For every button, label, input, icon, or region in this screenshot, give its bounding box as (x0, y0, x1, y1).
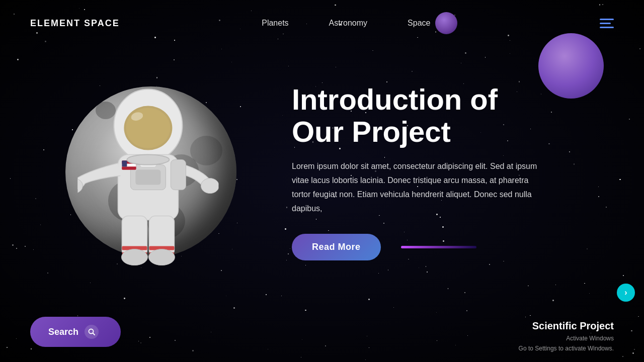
star (221, 49, 222, 49)
star (124, 298, 125, 299)
star (16, 338, 17, 339)
star (305, 310, 306, 311)
hamburger-menu-button[interactable] (600, 19, 614, 28)
star (301, 357, 301, 357)
main-content: Introduction of Our Project Lorem ipsum … (0, 51, 644, 293)
star (281, 296, 282, 296)
star (639, 48, 640, 49)
star (233, 307, 235, 309)
svg-rect-22 (171, 160, 186, 190)
star (7, 347, 7, 347)
svg-point-13 (201, 178, 218, 194)
nav-planet-decoration (435, 12, 457, 34)
star (266, 294, 267, 296)
star (369, 347, 369, 348)
star (455, 345, 456, 345)
star (365, 359, 366, 360)
nav-item-planets[interactable]: Planets (262, 19, 288, 28)
star (632, 352, 634, 354)
site-logo: ELEMENT SPACE (30, 18, 120, 29)
hamburger-line-3 (600, 27, 614, 28)
svg-rect-10 (122, 167, 136, 170)
next-arrow-icon: › (624, 288, 627, 297)
nav-link-space[interactable]: Space (408, 19, 430, 28)
next-arrow-button[interactable]: › (617, 284, 635, 302)
nav-link-astronomy[interactable]: Astronomy (329, 19, 367, 27)
star (437, 340, 438, 341)
star (211, 332, 211, 332)
hamburger-line-1 (600, 19, 614, 20)
navbar: ELEMENT SPACE Planets Astronomy Space (0, 0, 644, 46)
star (302, 339, 302, 340)
go-to-settings-label: Go to Settings to activate Windows. (519, 345, 614, 352)
search-section: Search (30, 317, 121, 347)
search-icon (85, 325, 99, 339)
nav-item-astronomy[interactable]: Astronomy (329, 19, 367, 28)
nav-item-space[interactable]: Space (408, 12, 457, 34)
nav-link-planets[interactable]: Planets (262, 19, 288, 27)
hero-title: Introduction of Our Project (292, 83, 614, 148)
hero-image-section (30, 51, 272, 293)
star (530, 315, 531, 316)
hero-text-section: Introduction of Our Project Lorem ipsum … (272, 83, 614, 261)
search-label: Search (48, 327, 78, 337)
star (149, 337, 150, 338)
star (77, 315, 78, 316)
svg-line-26 (93, 333, 95, 335)
star (268, 349, 268, 349)
star (466, 310, 467, 311)
star (436, 312, 437, 313)
nav-links: Planets Astronomy Space (262, 12, 457, 34)
scientific-project-label: Scientific Project (532, 320, 614, 332)
svg-rect-6 (135, 170, 160, 185)
bottom-right-section: Scientific Project Activate Windows Go t… (519, 320, 614, 352)
read-more-button[interactable]: Read More (292, 234, 381, 260)
star (367, 336, 367, 336)
star (175, 340, 176, 341)
star (31, 348, 32, 349)
star (372, 50, 373, 51)
star (467, 335, 468, 336)
star (138, 341, 139, 341)
hero-actions: Read More (292, 234, 614, 260)
star (552, 300, 554, 301)
search-button[interactable]: Search (30, 317, 121, 347)
svg-point-24 (127, 155, 169, 165)
star (192, 350, 193, 351)
svg-rect-11 (122, 161, 127, 167)
hero-title-line1: Introduction of (292, 83, 498, 116)
star (525, 317, 526, 317)
star (622, 356, 623, 357)
star (325, 345, 326, 346)
star (140, 342, 141, 343)
astronaut-svg (77, 80, 218, 272)
star (226, 296, 226, 296)
star (638, 316, 638, 317)
star (368, 299, 370, 300)
star (631, 330, 632, 332)
progress-indicator (401, 246, 476, 248)
svg-point-21 (148, 249, 175, 265)
star (634, 349, 635, 350)
star (393, 307, 394, 308)
svg-point-20 (121, 249, 147, 265)
hero-description: Lorem ipsum dolor sit amet, consectetur … (292, 159, 543, 216)
hamburger-line-2 (600, 23, 611, 24)
astronaut-graphic (77, 80, 218, 272)
star (589, 293, 590, 294)
hero-title-line2: Our Project (292, 115, 451, 148)
svg-point-2 (126, 108, 170, 148)
activate-windows-label: Activate Windows (566, 335, 614, 342)
